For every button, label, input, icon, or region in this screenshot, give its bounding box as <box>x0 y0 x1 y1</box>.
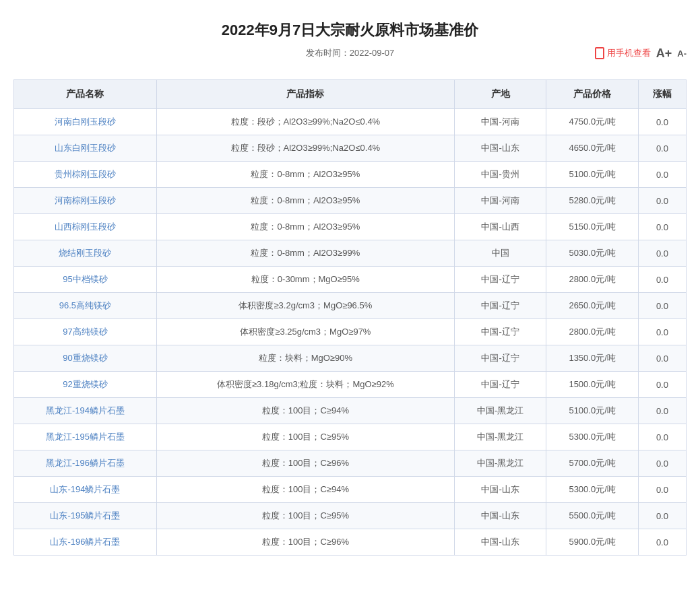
cell-change: 0.0 <box>638 345 686 372</box>
table-row: 黑龙江-196鳞片石墨粒度：100目；C≥96%中国-黑龙江5700.0元/吨0… <box>14 450 687 477</box>
cell-price: 5100.0元/吨 <box>546 162 638 188</box>
cell-change: 0.0 <box>638 477 686 503</box>
cell-price: 5300.0元/吨 <box>546 424 638 450</box>
cell-price: 5700.0元/吨 <box>546 450 638 477</box>
cell-spec: 粒度：0-30mm；MgO≥95% <box>156 267 454 293</box>
table-row: 山东白刚玉段砂粒度：段砂；Al2O3≥99%;Na2O≤0.4%中国-山东465… <box>14 135 687 162</box>
cell-spec: 粒度：100目；C≥95% <box>156 424 454 450</box>
table-row: 黑龙江-195鳞片石墨粒度：100目；C≥95%中国-黑龙江5300.0元/吨0… <box>14 424 687 450</box>
cell-change: 0.0 <box>638 214 686 240</box>
cell-change: 0.0 <box>638 162 686 188</box>
table-header-row: 产品名称 产品指标 产地 产品价格 涨幅 <box>14 80 687 109</box>
publish-time: 发布时间：2022-09-07 <box>306 47 395 59</box>
cell-spec: 体积密度≥3.2g/cm3；MgO≥96.5% <box>156 293 454 319</box>
cell-origin: 中国-黑龙江 <box>454 450 546 477</box>
col-header-spec: 产品指标 <box>156 80 454 109</box>
cell-name[interactable]: 90重烧镁砂 <box>14 345 157 372</box>
cell-name[interactable]: 河南白刚玉段砂 <box>14 109 157 135</box>
cell-change: 0.0 <box>638 503 686 529</box>
cell-origin: 中国-黑龙江 <box>454 424 546 450</box>
cell-price: 5500.0元/吨 <box>546 503 638 529</box>
mobile-view-button[interactable]: 用手机查看 <box>595 47 651 59</box>
cell-price: 1500.0元/吨 <box>546 372 638 398</box>
cell-name[interactable]: 黑龙江-196鳞片石墨 <box>14 450 157 477</box>
cell-spec: 粒度：100目；C≥94% <box>156 398 454 424</box>
cell-origin: 中国-辽宁 <box>454 267 546 293</box>
cell-change: 0.0 <box>638 135 686 162</box>
table-row: 山东-194鳞片石墨粒度：100目；C≥94%中国-山东5300.0元/吨0.0 <box>14 477 687 503</box>
cell-price: 4650.0元/吨 <box>546 135 638 162</box>
font-decrease-button[interactable]: A- <box>677 48 687 59</box>
cell-spec: 粒度：0-8mm；Al2O3≥95% <box>156 162 454 188</box>
cell-origin: 中国-辽宁 <box>454 372 546 398</box>
cell-change: 0.0 <box>638 398 686 424</box>
cell-spec: 粒度：段砂；Al2O3≥99%;Na2O≤0.4% <box>156 109 454 135</box>
table-row: 河南棕刚玉段砂粒度：0-8mm；Al2O3≥95%中国-河南5280.0元/吨0… <box>14 188 687 214</box>
cell-origin: 中国-山东 <box>454 529 546 556</box>
cell-spec: 粒度：0-8mm；Al2O3≥95% <box>156 188 454 214</box>
col-header-name: 产品名称 <box>14 80 157 109</box>
cell-name[interactable]: 山东-195鳞片石墨 <box>14 503 157 529</box>
cell-change: 0.0 <box>638 240 686 267</box>
cell-spec: 粒度：段砂；Al2O3≥99%;Na2O≤0.4% <box>156 135 454 162</box>
cell-spec: 粒度：100目；C≥96% <box>156 529 454 556</box>
col-header-price: 产品价格 <box>546 80 638 109</box>
cell-change: 0.0 <box>638 267 686 293</box>
cell-price: 5030.0元/吨 <box>546 240 638 267</box>
table-row: 90重烧镁砂粒度：块料；MgO≥90%中国-辽宁1350.0元/吨0.0 <box>14 345 687 372</box>
cell-change: 0.0 <box>638 529 686 556</box>
cell-origin: 中国-山东 <box>454 477 546 503</box>
cell-name[interactable]: 黑龙江-195鳞片石墨 <box>14 424 157 450</box>
price-table: 产品名称 产品指标 产地 产品价格 涨幅 河南白刚玉段砂粒度：段砂；Al2O3≥… <box>13 79 687 556</box>
cell-origin: 中国-辽宁 <box>454 319 546 345</box>
font-increase-button[interactable]: A+ <box>656 46 672 61</box>
cell-name[interactable]: 山东-196鳞片石墨 <box>14 529 157 556</box>
col-header-change: 涨幅 <box>638 80 686 109</box>
cell-name[interactable]: 96.5高纯镁砂 <box>14 293 157 319</box>
mobile-view-label: 用手机查看 <box>607 47 651 59</box>
cell-origin: 中国 <box>454 240 546 267</box>
cell-name[interactable]: 山东白刚玉段砂 <box>14 135 157 162</box>
cell-origin: 中国-贵州 <box>454 162 546 188</box>
cell-name[interactable]: 河南棕刚玉段砂 <box>14 188 157 214</box>
cell-change: 0.0 <box>638 450 686 477</box>
cell-spec: 粒度：0-8mm；Al2O3≥99% <box>156 240 454 267</box>
cell-change: 0.0 <box>638 372 686 398</box>
cell-price: 4750.0元/吨 <box>546 109 638 135</box>
table-row: 97高纯镁砂体积密度≥3.25g/cm3；MgO≥97%中国-辽宁2800.0元… <box>14 319 687 345</box>
cell-price: 5300.0元/吨 <box>546 477 638 503</box>
cell-origin: 中国-山东 <box>454 503 546 529</box>
cell-spec: 粒度：100目；C≥96% <box>156 450 454 477</box>
cell-price: 2800.0元/吨 <box>546 267 638 293</box>
cell-origin: 中国-山西 <box>454 214 546 240</box>
cell-origin: 中国-河南 <box>454 188 546 214</box>
cell-name[interactable]: 山西棕刚玉段砂 <box>14 214 157 240</box>
cell-name[interactable]: 贵州棕刚玉段砂 <box>14 162 157 188</box>
cell-price: 5100.0元/吨 <box>546 398 638 424</box>
table-row: 黑龙江-194鳞片石墨粒度：100目；C≥94%中国-黑龙江5100.0元/吨0… <box>14 398 687 424</box>
cell-price: 1350.0元/吨 <box>546 345 638 372</box>
cell-price: 5150.0元/吨 <box>546 214 638 240</box>
cell-spec: 体积密度≥3.18g/cm3;粒度：块料；MgO≥92% <box>156 372 454 398</box>
cell-spec: 粒度：100目；C≥94% <box>156 477 454 503</box>
table-row: 烧结刚玉段砂粒度：0-8mm；Al2O3≥99%中国5030.0元/吨0.0 <box>14 240 687 267</box>
table-row: 山东-196鳞片石墨粒度：100目；C≥96%中国-山东5900.0元/吨0.0 <box>14 529 687 556</box>
cell-name[interactable]: 97高纯镁砂 <box>14 319 157 345</box>
cell-origin: 中国-山东 <box>454 135 546 162</box>
cell-name[interactable]: 92重烧镁砂 <box>14 372 157 398</box>
meta-bar: 发布时间：2022-09-07 用手机查看 A+ A- <box>13 47 687 59</box>
cell-name[interactable]: 山东-194鳞片石墨 <box>14 477 157 503</box>
col-header-origin: 产地 <box>454 80 546 109</box>
table-row: 山西棕刚玉段砂粒度：0-8mm；Al2O3≥95%中国-山西5150.0元/吨0… <box>14 214 687 240</box>
cell-name[interactable]: 黑龙江-194鳞片石墨 <box>14 398 157 424</box>
cell-name[interactable]: 95中档镁砂 <box>14 267 157 293</box>
table-row: 贵州棕刚玉段砂粒度：0-8mm；Al2O3≥95%中国-贵州5100.0元/吨0… <box>14 162 687 188</box>
cell-spec: 粒度：0-8mm；Al2O3≥95% <box>156 214 454 240</box>
table-row: 95中档镁砂粒度：0-30mm；MgO≥95%中国-辽宁2800.0元/吨0.0 <box>14 267 687 293</box>
page-title: 2022年9月7日大宗耐火原料市场基准价 <box>13 20 687 40</box>
cell-name[interactable]: 烧结刚玉段砂 <box>14 240 157 267</box>
cell-change: 0.0 <box>638 109 686 135</box>
cell-price: 5900.0元/吨 <box>546 529 638 556</box>
cell-origin: 中国-辽宁 <box>454 293 546 319</box>
cell-origin: 中国-黑龙江 <box>454 398 546 424</box>
